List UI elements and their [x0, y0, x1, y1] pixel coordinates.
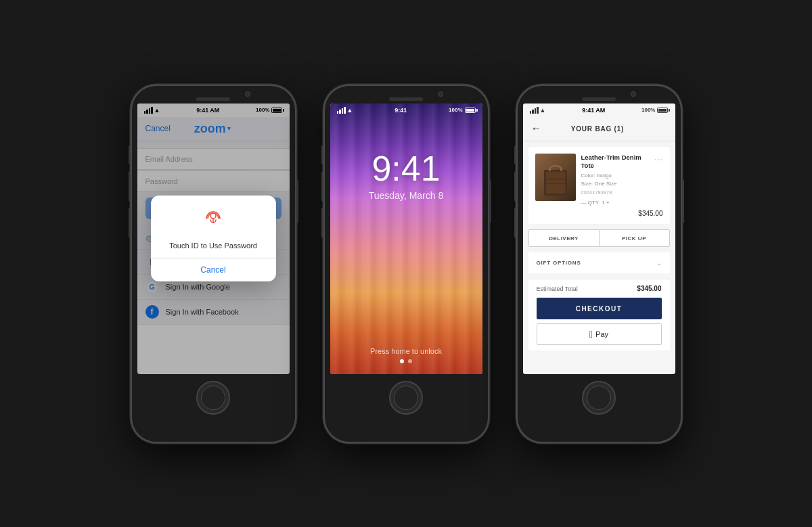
applepay-button[interactable]:  Pay: [537, 323, 662, 345]
phone-top-2: [323, 85, 489, 104]
lockscreen-content: ▲ 9:41 100% 9:41 Tuesday, March 8: [330, 104, 482, 374]
phone-top-3: [516, 85, 682, 104]
checkout-button[interactable]: CHECKOUT: [537, 298, 662, 319]
bag-wifi-icon: ▲: [540, 107, 546, 114]
home-button-inner-3: [587, 386, 611, 410]
touchid-cancel-button[interactable]: Cancel: [159, 258, 268, 281]
tote-image: [535, 154, 576, 201]
side-btn-vol-down-3: [514, 208, 516, 238]
bag-battery-percent: 100%: [641, 107, 655, 113]
phones-container: ▲ 9:41 AM 100% Cancel zoom ▾: [110, 64, 702, 463]
side-btn-power-3: [682, 179, 684, 223]
bag-total-section: Estimated Total $345.00 CHECKOUT  Pay: [528, 279, 670, 350]
fulfillment-options: DELIVERY PICK UP: [528, 229, 670, 247]
bag-signal-icon: [530, 107, 539, 114]
side-btn-vol-down: [129, 208, 131, 238]
side-btn-mute: [129, 145, 131, 164]
zoom-screen: ▲ 9:41 AM 100% Cancel zoom ▾: [137, 104, 290, 374]
lock-time-display: 9:41: [371, 151, 440, 186]
gift-options-label: GIFT OPTIONS: [537, 260, 581, 266]
svg-rect-6: [560, 168, 562, 171]
bag-status-left: ▲: [530, 107, 546, 114]
side-btn-mute-2: [321, 145, 323, 164]
shopping-screen: ▲ 9:41 AM 100% ← YOUR BAG (1): [523, 104, 675, 374]
home-button-inner-2: [394, 386, 418, 410]
side-btn-power-2: [489, 179, 491, 223]
phone-speaker-3: [582, 97, 616, 101]
lock-wifi-icon: ▲: [347, 107, 353, 114]
estimated-total-label: Estimated Total: [537, 285, 578, 292]
phone-top: [131, 85, 296, 104]
product-size: Size: One Size: [581, 180, 663, 188]
svg-rect-2: [545, 171, 566, 194]
bag-screen: ▲ 9:41 AM 100% ← YOUR BAG (1): [523, 104, 675, 374]
bag-status-right: 100%: [641, 107, 668, 113]
estimated-total-value: $345.00: [637, 285, 661, 292]
more-options-button[interactable]: ···: [654, 154, 662, 166]
touchid-text: Touch ID to Use Password: [159, 242, 268, 250]
home-button-inner: [201, 386, 225, 410]
bag-nav: ← YOUR BAG (1): [523, 117, 675, 141]
phone-speaker: [196, 97, 230, 101]
chevron-down-icon: ⌄: [656, 259, 662, 267]
bag-battery-icon: [657, 108, 668, 113]
side-btn-vol-down-2: [321, 208, 323, 238]
lockscreen-screen: ▲ 9:41 100% 9:41 Tuesday, March 8 Press: [330, 104, 482, 374]
svg-rect-5: [549, 168, 551, 171]
lock-battery-icon: [465, 108, 476, 113]
bag-item-card: Leather-Trim DenimTote ··· Color: Indigo…: [528, 147, 670, 225]
phone-camera: [245, 91, 250, 97]
touchid-popup: Touch ID to Use Password Cancel: [151, 196, 276, 281]
lock-status-bar: ▲ 9:41 100%: [330, 104, 482, 117]
side-btn-power: [296, 179, 298, 223]
touchid-icon: [159, 206, 268, 236]
bag-title: YOUR BAG (1): [571, 125, 625, 133]
quantity-control: — QTY: 1 +: [581, 200, 663, 206]
product-price: $345.00: [581, 210, 663, 217]
product-name: Leather-Trim DenimTote: [581, 154, 641, 170]
back-button[interactable]: ←: [531, 122, 542, 135]
qty-label: — QTY: 1 +: [581, 200, 610, 206]
applepay-label: Pay: [595, 330, 608, 338]
total-row: Estimated Total $345.00: [537, 285, 662, 292]
touchid-overlay: Touch ID to Use Password Cancel: [137, 104, 290, 374]
lock-status-right: 100%: [449, 107, 475, 113]
bag-item-info: Leather-Trim DenimTote ··· Color: Indigo…: [581, 154, 663, 218]
bag-status-bar: ▲ 9:41 AM 100%: [523, 104, 675, 117]
lock-date-display: Tuesday, March 8: [369, 190, 444, 201]
lockscreen: ▲ 9:41 100% 9:41 Tuesday, March 8 Press: [330, 104, 482, 374]
lock-battery-percent: 100%: [449, 107, 462, 113]
phone-camera-2: [438, 91, 443, 97]
home-button-3[interactable]: [582, 381, 616, 415]
phone-lockscreen: ▲ 9:41 100% 9:41 Tuesday, March 8 Press: [323, 85, 489, 443]
side-btn-vol-up: [129, 171, 131, 202]
phone-shopping: ▲ 9:41 AM 100% ← YOUR BAG (1): [516, 85, 682, 443]
product-color: Color: Indigo: [581, 172, 663, 180]
bag-time: 9:41 AM: [582, 107, 605, 114]
lock-signal-icon: [337, 107, 346, 114]
phone-zoom: ▲ 9:41 AM 100% Cancel zoom ▾: [131, 85, 296, 443]
side-btn-vol-up-3: [514, 171, 516, 202]
home-button-2[interactable]: [389, 381, 423, 415]
side-btn-vol-up-2: [321, 171, 323, 202]
lock-time-status: 9:41: [394, 107, 407, 114]
pickup-button[interactable]: PICK UP: [599, 229, 670, 247]
lock-status-left: ▲: [337, 107, 353, 114]
side-btn-mute-3: [514, 145, 516, 164]
home-button[interactable]: [196, 381, 230, 415]
phone-speaker-2: [389, 97, 423, 101]
phone-camera-3: [631, 91, 636, 97]
product-image: [535, 154, 576, 201]
product-sku: #0041783978: [581, 189, 663, 196]
gift-options-row[interactable]: GIFT OPTIONS ⌄: [528, 252, 670, 273]
apple-logo-icon: : [589, 329, 593, 340]
delivery-button[interactable]: DELIVERY: [528, 229, 599, 247]
